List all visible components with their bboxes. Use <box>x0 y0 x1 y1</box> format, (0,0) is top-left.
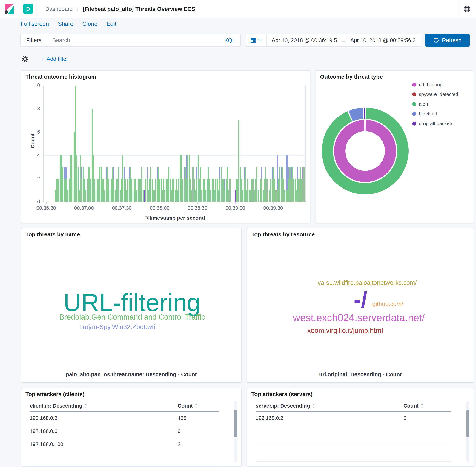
date-to[interactable]: Apr 10, 2018 @ 00:39:56.2 <box>350 37 416 43</box>
histogram-bar[interactable] <box>115 86 116 202</box>
histogram-bar[interactable] <box>92 86 93 202</box>
histogram-bar[interactable] <box>272 86 273 202</box>
histogram-bar[interactable] <box>141 86 142 202</box>
histogram-bar[interactable] <box>71 86 72 202</box>
column-header-server-ip[interactable]: server.ip: Descending <box>256 403 310 409</box>
histogram-bar[interactable] <box>75 86 76 202</box>
histogram-bar[interactable] <box>261 86 263 202</box>
kql-selector[interactable]: KQL <box>224 37 240 43</box>
histogram-bar[interactable] <box>84 86 85 202</box>
histogram-bar[interactable] <box>70 86 71 202</box>
histogram-bar[interactable] <box>173 86 175 202</box>
histogram-bar[interactable] <box>251 86 252 202</box>
histogram-bar[interactable] <box>232 86 233 202</box>
histogram-bar[interactable] <box>242 86 243 202</box>
histogram-bar[interactable] <box>288 86 289 202</box>
histogram-bar[interactable] <box>244 86 245 202</box>
histogram-bar[interactable] <box>301 86 302 202</box>
histogram-bar[interactable] <box>277 86 278 202</box>
threat-name-word[interactable]: URL-filtering <box>63 290 200 315</box>
column-header-count[interactable]: Count <box>403 403 419 409</box>
histogram-bar[interactable] <box>199 86 200 202</box>
histogram-bar[interactable] <box>81 86 82 202</box>
histogram-bar[interactable] <box>87 86 88 202</box>
column-header-client-ip[interactable]: client.ip: Descending <box>30 403 82 409</box>
threat-name-word[interactable]: Trojan-Spy.Win32.Zbot.wti <box>79 324 155 330</box>
histogram-bar[interactable] <box>194 86 195 202</box>
histogram-bar[interactable] <box>223 86 224 202</box>
histogram-bar[interactable] <box>249 86 250 202</box>
histogram-bar[interactable] <box>79 86 80 202</box>
legend-item-block-url[interactable]: block-url <box>412 111 458 117</box>
histogram-bar[interactable] <box>254 86 255 202</box>
histogram-bar[interactable] <box>145 86 146 202</box>
histogram-bar[interactable] <box>58 86 60 202</box>
sort-arrows-icon[interactable] <box>312 403 315 408</box>
histogram-bar[interactable] <box>208 86 209 202</box>
histogram-bar[interactable] <box>226 86 227 202</box>
histogram-bar[interactable] <box>139 86 140 202</box>
histogram-bar[interactable] <box>296 86 297 202</box>
histogram-bar[interactable] <box>102 86 103 202</box>
filters-button[interactable]: Filters <box>21 34 48 46</box>
histogram-bar[interactable] <box>284 86 286 202</box>
histogram-bar[interactable] <box>180 86 181 202</box>
histogram-bar[interactable] <box>283 86 284 202</box>
histogram-bar[interactable] <box>209 86 210 202</box>
histogram-bar[interactable] <box>166 86 167 202</box>
histogram-bar[interactable] <box>63 86 65 202</box>
histogram-bar[interactable] <box>78 86 79 202</box>
histogram-bar[interactable] <box>149 86 150 202</box>
histogram-bar[interactable] <box>61 86 62 202</box>
histogram-bar[interactable] <box>241 86 242 202</box>
space-badge[interactable]: D <box>23 4 33 14</box>
histogram-bar[interactable] <box>162 86 163 202</box>
histogram-bar[interactable] <box>292 86 293 202</box>
histogram-bar[interactable] <box>260 86 261 202</box>
histogram-bar[interactable] <box>217 86 218 202</box>
table-row[interactable]: 192.168.0.69 <box>30 425 219 438</box>
histogram-bar[interactable] <box>182 86 183 202</box>
histogram-bar[interactable] <box>159 86 160 202</box>
histogram-bar[interactable] <box>278 86 279 202</box>
histogram-bar[interactable] <box>89 86 90 202</box>
threat-resource-word[interactable]: xoom.virgilio.it/jump.html <box>307 327 383 334</box>
share-button[interactable]: Share <box>58 21 74 27</box>
histogram-bar[interactable] <box>143 86 144 202</box>
histogram-bar[interactable] <box>270 86 272 202</box>
date-picker-calendar-button[interactable] <box>246 34 267 46</box>
histogram-bar[interactable] <box>201 86 202 202</box>
histogram-bar[interactable] <box>246 86 247 202</box>
histogram-bar[interactable] <box>129 86 130 202</box>
histogram-bar[interactable] <box>107 86 108 202</box>
histogram-bar[interactable] <box>286 86 287 202</box>
histogram-bar[interactable] <box>113 86 114 202</box>
histogram-bar[interactable] <box>96 86 97 202</box>
histogram-bar[interactable] <box>259 86 260 202</box>
scrollbar-thumb[interactable] <box>234 410 237 437</box>
panel-title[interactable]: Threat outcome histogram <box>25 74 96 80</box>
histogram-bar[interactable] <box>227 86 228 202</box>
histogram-bar[interactable] <box>185 86 186 202</box>
histogram-bar[interactable] <box>148 86 149 202</box>
histogram-bar[interactable] <box>238 86 239 202</box>
histogram-bar[interactable] <box>150 86 151 202</box>
search-input[interactable] <box>48 37 224 43</box>
histogram-bar[interactable] <box>256 86 257 202</box>
histogram-bar[interactable] <box>163 86 164 202</box>
histogram-bar[interactable] <box>88 86 89 202</box>
histogram-bar[interactable] <box>76 86 77 202</box>
histogram-bar[interactable] <box>210 86 212 202</box>
histogram-bar[interactable] <box>195 86 196 202</box>
histogram-bar[interactable] <box>287 86 288 202</box>
histogram-bar[interactable] <box>235 86 236 202</box>
donut-slice-url_filtering[interactable] <box>340 126 390 176</box>
histogram-bar[interactable] <box>222 86 223 202</box>
panel-title[interactable]: Top attackers (clients) <box>25 391 85 397</box>
histogram-bar[interactable] <box>108 86 109 202</box>
panel-title[interactable]: Outcome by threat type <box>320 74 383 80</box>
histogram-bar[interactable] <box>138 86 139 202</box>
histogram-bar[interactable] <box>293 86 294 202</box>
histogram-bar[interactable] <box>213 86 214 202</box>
help-button[interactable] <box>458 5 476 13</box>
